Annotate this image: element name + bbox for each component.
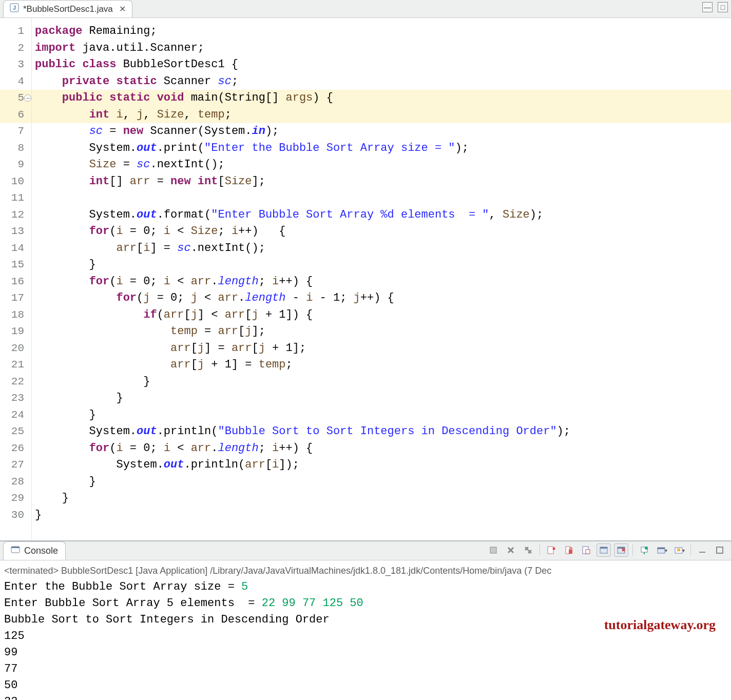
pin-console-button[interactable] (637, 543, 651, 557)
editor-window-controls: — □ (702, 2, 728, 12)
line-number: 2 (0, 40, 31, 57)
line-number: 12 (0, 207, 31, 224)
code-line[interactable]: for(i = 0; i < arr.length; i++) { (32, 440, 731, 457)
code-editor[interactable]: 12345−6789101112131415161718192021222324… (0, 18, 731, 541)
show-stderr-button[interactable] (614, 543, 628, 557)
toolbar-separator (690, 545, 691, 556)
code-line[interactable]: arr[j + 1] = temp; (32, 357, 731, 374)
code-line[interactable]: Size = sc.nextInt(); (32, 157, 731, 173)
svg-rect-5 (548, 547, 553, 554)
line-number: 19 (0, 323, 31, 340)
code-line[interactable] (32, 190, 731, 207)
code-line[interactable]: import java.util.Scanner; (32, 40, 731, 57)
line-number: 27 (0, 457, 31, 474)
show-stdout-button[interactable] (597, 543, 611, 557)
code-line[interactable]: sc = new Scanner(System.in); (32, 123, 731, 140)
code-line[interactable]: for(j = 0; j < arr.length - i - 1; j++) … (32, 290, 731, 307)
svg-rect-7 (569, 550, 572, 554)
maximize-button[interactable]: □ (718, 2, 728, 12)
code-line[interactable]: package Remaining; (32, 23, 731, 40)
console-line: Enter Bubble Sort Array 5 elements = 22 … (4, 595, 727, 612)
line-number-gutter: 12345−6789101112131415161718192021222324… (0, 18, 32, 540)
line-number: 3 (0, 56, 31, 73)
console-line: 50 (4, 677, 727, 694)
console-minimize-button[interactable] (695, 543, 709, 557)
fold-toggle-icon[interactable]: − (24, 94, 31, 102)
svg-rect-20 (717, 547, 723, 553)
svg-rect-17 (658, 548, 665, 549)
svg-rect-13 (618, 547, 625, 549)
code-line[interactable]: if(arr[j] < arr[j + 1]) { (32, 307, 731, 324)
line-number: 7 (0, 123, 31, 140)
console-line: Enter the Bubble Sort Array size = 5 (4, 579, 727, 595)
line-number: 30 (0, 507, 31, 524)
line-number: 15 (0, 257, 31, 274)
code-line[interactable]: int[] arr = new int[Size]; (32, 173, 731, 190)
code-line[interactable]: System.out.print("Enter the Bubble Sort … (32, 140, 731, 157)
console-maximize-button[interactable] (713, 543, 727, 557)
editor-tab[interactable]: J *BubbleSortDesc1.java ✕ (3, 0, 132, 17)
toolbar-separator (540, 545, 540, 556)
console-output[interactable]: <terminated> BubbleSortDesc1 [Java Appli… (0, 560, 731, 700)
code-line[interactable]: public class BubbleSortDesc1 { (32, 56, 731, 73)
console-line: 77 (4, 661, 727, 677)
display-selected-console-button[interactable] (655, 543, 669, 557)
console-status-line: <terminated> BubbleSortDesc1 [Java Appli… (4, 562, 727, 579)
line-number: 29 (0, 490, 31, 507)
show-console-button[interactable] (579, 543, 593, 557)
code-line[interactable]: } (32, 407, 731, 424)
line-number: 10 (0, 173, 31, 190)
svg-rect-4 (490, 547, 496, 553)
close-icon[interactable]: ✕ (119, 4, 126, 14)
line-number: 26 (0, 440, 31, 457)
code-line[interactable]: System.out.println("Bubble Sort to Sort … (32, 423, 731, 440)
console-tab[interactable]: Console (3, 541, 66, 560)
line-number: 8 (0, 140, 31, 157)
code-line[interactable]: for(i = 0; i < Size; i++) { (32, 223, 731, 240)
console-icon (11, 545, 20, 557)
line-number: 28 (0, 474, 31, 491)
code-line[interactable]: } (32, 374, 731, 391)
line-number: 13 (0, 223, 31, 240)
svg-text:J: J (13, 5, 16, 11)
code-line[interactable]: for(i = 0; i < arr.length; i++) { (32, 274, 731, 290)
line-number: 6 (0, 107, 31, 124)
code-line[interactable]: temp = arr[j]; (32, 323, 731, 340)
remove-launch-button[interactable] (504, 543, 518, 557)
editor-tab-label: *BubbleSortDesc1.java (23, 4, 113, 14)
line-number: 4 (0, 73, 31, 90)
svg-rect-3 (11, 547, 20, 548)
code-line[interactable]: } (32, 490, 731, 507)
toolbar-separator (632, 545, 633, 556)
code-line[interactable]: } (32, 474, 731, 491)
console-tab-label: Console (24, 546, 58, 556)
line-number: 17 (0, 290, 31, 307)
code-line[interactable]: } (32, 507, 731, 524)
terminate-button[interactable] (486, 543, 501, 557)
code-line[interactable]: System.out.println(arr[i]); (32, 457, 731, 474)
console-line: 22 (4, 694, 727, 700)
minimize-button[interactable]: — (702, 2, 713, 12)
line-number: 22 (0, 374, 31, 391)
watermark-text: tutorialgateway.org (604, 617, 716, 633)
scroll-lock-button[interactable] (562, 543, 576, 557)
code-line[interactable]: arr[i] = sc.nextInt(); (32, 240, 731, 257)
remove-all-button[interactable] (521, 543, 535, 557)
clear-console-button[interactable] (544, 543, 559, 557)
code-line[interactable]: private static Scanner sc; (32, 73, 731, 90)
line-number: 25 (0, 423, 31, 440)
code-area[interactable]: package Remaining;import java.util.Scann… (32, 18, 731, 540)
open-console-button[interactable] (672, 543, 686, 557)
code-line[interactable]: } (32, 390, 731, 407)
line-number: 1 (0, 23, 31, 40)
svg-rect-9 (586, 550, 590, 554)
line-number: 16 (0, 274, 31, 290)
line-number: 11 (0, 190, 31, 207)
code-line[interactable]: public static void main(String[] args) { (32, 90, 731, 107)
code-line[interactable]: System.out.format("Enter Bubble Sort Arr… (32, 207, 731, 224)
console-toolbar (486, 543, 727, 557)
line-number: 14 (0, 240, 31, 257)
code-line[interactable]: } (32, 257, 731, 274)
code-line[interactable]: arr[j] = arr[j + 1]; (32, 340, 731, 357)
code-line[interactable]: int i, j, Size, temp; (32, 107, 731, 124)
